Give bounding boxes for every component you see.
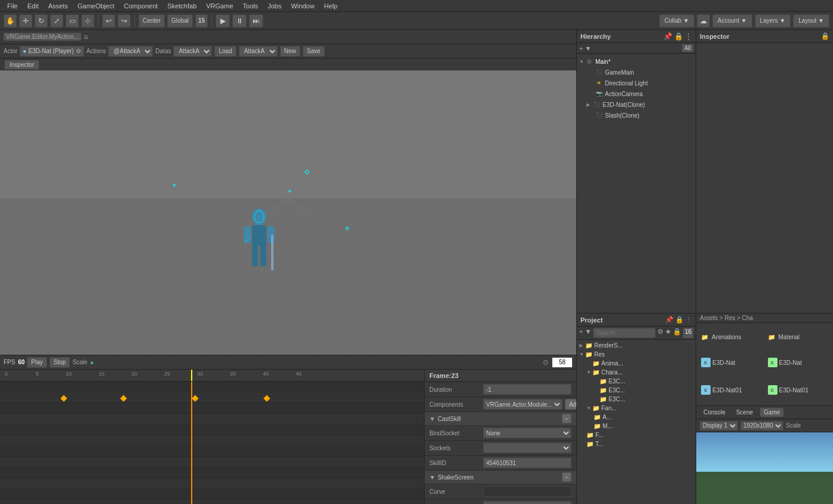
- project-pin-icon[interactable]: 📌: [665, 316, 674, 324]
- actor-settings-icon[interactable]: ⚙: [76, 48, 81, 54]
- display-dropdown[interactable]: Display 1: [700, 421, 738, 431]
- actions-dropdown[interactable]: @AttackA: [108, 46, 153, 57]
- tree-item-slash[interactable]: ⬛ Slash(Clone): [577, 110, 696, 121]
- skill-id-input[interactable]: [483, 457, 571, 468]
- shake-screen-arrow[interactable]: ▼: [429, 474, 435, 481]
- game-tab[interactable]: Game: [760, 408, 783, 417]
- pause-button[interactable]: ⏸: [232, 14, 247, 27]
- project-menu-icon[interactable]: ⋮: [686, 316, 692, 324]
- datas-dropdown[interactable]: AttackA: [173, 46, 212, 57]
- folder-anima[interactable]: 📁 Anima...: [577, 359, 696, 368]
- menu-window[interactable]: Window: [286, 0, 319, 11]
- load-button[interactable]: Load: [214, 46, 236, 57]
- rect-tool-icon[interactable]: ▭: [66, 14, 79, 27]
- keyframe-1[interactable]: [60, 395, 67, 401]
- asset-e3dnat01-1[interactable]: E E3D-Nat01: [699, 377, 764, 403]
- center-button[interactable]: Center: [139, 14, 165, 27]
- console-tab[interactable]: Console: [700, 408, 729, 417]
- shake-screen-minus[interactable]: −: [562, 472, 571, 482]
- hierarchy-lock-icon[interactable]: 🔒: [674, 32, 683, 41]
- proj-add-icon[interactable]: +: [579, 328, 583, 338]
- asset-animations[interactable]: 📁 Animations: [699, 325, 764, 349]
- new-button[interactable]: New: [280, 46, 300, 57]
- hierarchy-pin-icon[interactable]: 📌: [663, 32, 672, 41]
- menu-assets[interactable]: Assets: [44, 0, 73, 11]
- layers-button[interactable]: Layers ▼: [755, 14, 791, 27]
- keyframe-4[interactable]: [263, 395, 270, 401]
- duration-input[interactable]: [483, 384, 571, 395]
- menu-vrgame[interactable]: VRGame: [201, 0, 238, 11]
- play-anim-button[interactable]: Play: [27, 357, 47, 368]
- cast-skill-arrow[interactable]: ▼: [429, 416, 435, 422]
- inspector-tab-label[interactable]: Inspector: [5, 60, 39, 69]
- save-button[interactable]: Save: [303, 46, 325, 57]
- proj-filter-icon[interactable]: ⚙: [657, 328, 663, 338]
- folder-res[interactable]: ▼ 📁 Res: [577, 350, 696, 359]
- hierarchy-menu-icon[interactable]: ⋮: [685, 32, 692, 41]
- menu-sketchfab[interactable]: Sketchfab: [162, 0, 201, 11]
- asset-material[interactable]: 📁 Material: [766, 325, 831, 349]
- folder-m[interactable]: 📁 M...: [577, 422, 696, 431]
- folder-fan[interactable]: ▼ 📁 Fan...: [577, 404, 696, 413]
- attacka-dropdown[interactable]: AttackA: [239, 46, 278, 57]
- tree-item-camera[interactable]: 📷 ActionCamera: [577, 88, 696, 99]
- asset-e3dnat-2[interactable]: E E3D-Nat: [766, 350, 831, 376]
- tree-item-dirlight[interactable]: ☀ Directional Light: [577, 78, 696, 88]
- folder-f[interactable]: 📁 F...: [577, 431, 696, 440]
- hier-add-icon[interactable]: +: [579, 45, 583, 52]
- menu-help[interactable]: Help: [319, 0, 343, 11]
- menu-gameobject[interactable]: GameObject: [73, 0, 119, 11]
- sockets-dropdown[interactable]: [483, 442, 571, 453]
- hier-arrow-icon[interactable]: ▼: [585, 45, 591, 52]
- folder-e3c-2[interactable]: 📁 E3C...: [577, 386, 696, 395]
- cloud-icon[interactable]: ☁: [697, 14, 710, 27]
- tree-item-main[interactable]: ▼ ⊙ Main*: [577, 56, 696, 67]
- project-lock-icon[interactable]: 🔒: [675, 316, 684, 324]
- redo-icon[interactable]: ↪: [118, 14, 131, 27]
- collab-button[interactable]: Collab ▼: [659, 14, 694, 27]
- timeline-rows-container[interactable]: [0, 382, 424, 504]
- frame-input[interactable]: [552, 357, 573, 368]
- scene-tab[interactable]: Scene: [733, 408, 757, 417]
- duration2-input[interactable]: [483, 501, 571, 504]
- play-button[interactable]: ▶: [216, 14, 230, 27]
- keyframe-3[interactable]: [192, 395, 198, 401]
- menu-component[interactable]: Component: [119, 0, 162, 11]
- proj-arrow-icon[interactable]: ▼: [585, 328, 591, 338]
- layout-button[interactable]: Layout ▼: [793, 14, 829, 27]
- scale-tool-icon[interactable]: ⤢: [50, 14, 63, 27]
- asset-e3dnat01-2[interactable]: E E3D-Nat01: [766, 377, 831, 403]
- asset-e3dnat-1[interactable]: E E3D-Nat: [699, 350, 764, 376]
- proj-lock-icon[interactable]: 🔒: [673, 328, 681, 338]
- all-filter-btn[interactable]: All: [682, 44, 693, 52]
- hand-tool-icon[interactable]: ✋: [4, 14, 17, 27]
- tree-item-e3d[interactable]: ▶ ⬛ E3D-Nat(Clone): [577, 99, 696, 110]
- global-button[interactable]: Global: [167, 14, 193, 27]
- move-tool-icon[interactable]: ✛: [19, 14, 32, 27]
- rotate-tool-icon[interactable]: ↻: [35, 14, 48, 27]
- tree-item-gamemain[interactable]: ⬛ GameMain: [577, 67, 696, 78]
- curve-field[interactable]: [483, 486, 571, 497]
- project-search-input[interactable]: [593, 328, 656, 338]
- folder-t[interactable]: 📁 T...: [577, 440, 696, 448]
- scene-viewport[interactable]: [0, 70, 576, 355]
- menu-tools[interactable]: Tools: [238, 0, 263, 11]
- menu-file[interactable]: File: [2, 0, 23, 11]
- resolution-dropdown[interactable]: 1920x1080: [740, 421, 783, 431]
- folder-renders[interactable]: ▶ 📁 RenderS...: [577, 341, 696, 350]
- actor-value[interactable]: ● E3D-Nat (Player) ⚙: [20, 46, 84, 57]
- cast-skill-minus[interactable]: −: [562, 414, 571, 423]
- folder-e3c-1[interactable]: 📁 E3C...: [577, 377, 696, 386]
- folder-chara[interactable]: ▼ 📁 Chara...: [577, 368, 696, 377]
- folder-a[interactable]: 📁 A...: [577, 413, 696, 422]
- components-dropdown[interactable]: VRGame.Actor.Module...: [483, 399, 562, 410]
- menu-jobs[interactable]: Jobs: [263, 0, 286, 11]
- undo-icon[interactable]: ↩: [102, 14, 115, 27]
- inspector-lock-icon[interactable]: 🔒: [821, 32, 829, 40]
- folder-e3c-3[interactable]: 📁 E3C...: [577, 395, 696, 404]
- add-component-button[interactable]: Add: [565, 399, 576, 410]
- transform-tool-icon[interactable]: ⊹: [81, 14, 94, 27]
- stop-anim-button[interactable]: Stop: [50, 357, 70, 368]
- step-button[interactable]: ⏭: [249, 14, 263, 27]
- proj-star-icon[interactable]: ★: [665, 328, 671, 338]
